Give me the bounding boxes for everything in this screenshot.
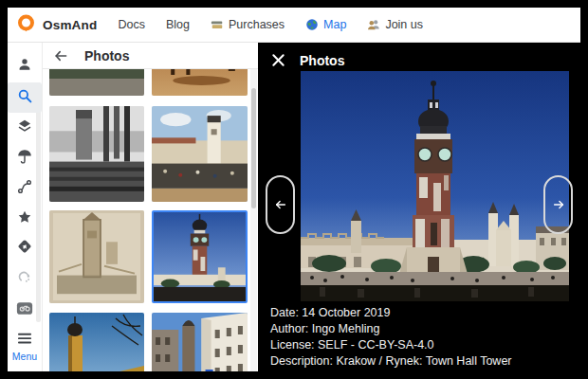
osmand-brand[interactable]: OsmAnd (17, 14, 97, 36)
umbrella-icon (16, 148, 33, 169)
hamburger-menu-icon (16, 332, 33, 348)
sidebar-item-weather[interactable] (8, 143, 42, 173)
photo-viewer: Photos (258, 43, 580, 371)
sidebar-rail: Menu (8, 43, 43, 371)
sidebar-menu-button[interactable]: Menu (8, 332, 42, 362)
route-icon (16, 178, 33, 199)
join-us-people-icon (367, 18, 380, 31)
purchases-icon (211, 18, 224, 31)
back-button[interactable] (52, 47, 69, 64)
person-icon (16, 56, 33, 77)
nav-link-join-us-label: Join us (385, 18, 423, 31)
photo-thumbnail-selected[interactable] (152, 210, 248, 303)
arrow-left-icon (274, 198, 287, 211)
photo-thumbnail[interactable] (49, 106, 144, 202)
nav-link-map[interactable]: Map (305, 18, 346, 31)
nav-link-docs[interactable]: Docs (118, 18, 144, 31)
close-icon (271, 53, 285, 67)
nav-link-blog-label: Blog (166, 18, 190, 31)
photo-author: Author: Ingo Mehling (270, 321, 512, 337)
viewer-header: Photos (270, 52, 344, 68)
photos-panel-header: Photos (43, 43, 258, 69)
main-photo (301, 71, 569, 301)
next-photo-button[interactable] (543, 175, 573, 234)
app-window: OsmAnd Docs Blog Purchases (0, 0, 588, 379)
track-loop-icon (16, 268, 33, 289)
app-badge-icon (16, 301, 33, 319)
nav-link-blog[interactable]: Blog (166, 18, 190, 31)
layers-icon (16, 117, 33, 138)
nav-link-purchases-label: Purchases (229, 18, 285, 31)
sidebar-item-account[interactable] (8, 51, 42, 81)
photo-license: License: SELF - CC-BY-SA-4.0 (270, 337, 512, 353)
map-globe-icon (305, 18, 319, 31)
search-icon (16, 87, 33, 108)
previous-photo-button[interactable] (266, 175, 295, 234)
sidebar-item-navigation[interactable] (8, 233, 42, 263)
photo-thumbnail[interactable] (49, 210, 144, 303)
photo-date: Date: 14 October 2019 (270, 305, 512, 321)
sidebar-item-map-layers[interactable] (8, 113, 42, 143)
sidebar-item-favorites[interactable] (8, 204, 42, 234)
nav-link-docs-label: Docs (118, 18, 144, 31)
content-area: Menu Photos (8, 43, 580, 371)
close-button[interactable] (270, 52, 286, 68)
nav-link-purchases[interactable]: Purchases (211, 18, 285, 31)
sidebar-item-plan-route[interactable] (8, 173, 42, 204)
sidebar-item-app-badge[interactable] (8, 295, 42, 325)
top-navbar: OsmAnd Docs Blog Purchases (8, 8, 580, 43)
photos-panel-title: Photos (84, 48, 129, 63)
photo-thumbnail[interactable] (49, 69, 144, 96)
photo-thumbnail[interactable] (152, 69, 248, 96)
viewer-title: Photos (300, 53, 344, 68)
osmand-logo-icon (17, 14, 35, 36)
photos-scrollbar-thumb[interactable] (251, 88, 256, 208)
photos-scrollbar (250, 69, 257, 371)
thumbnail-grid (43, 69, 258, 371)
photo-thumbnail[interactable] (152, 106, 248, 202)
photo-thumbnail[interactable] (49, 313, 144, 371)
menu-label: Menu (8, 351, 42, 362)
sidebar-item-track-recording[interactable] (8, 263, 42, 294)
photo-thumbnail[interactable] (152, 313, 248, 371)
sidebar-item-search[interactable] (8, 82, 42, 113)
star-icon (16, 208, 33, 229)
photo-metadata: Date: 14 October 2019 Author: Ingo Mehli… (270, 305, 512, 370)
nav-link-join-us[interactable]: Join us (367, 18, 423, 31)
photos-panel: Photos (43, 43, 258, 371)
brand-name: OsmAnd (43, 18, 97, 32)
navigation-icon (16, 238, 33, 259)
photo-description: Description: Krakow / Rynek: Town Hall T… (270, 353, 512, 370)
back-arrow-icon (53, 48, 68, 63)
arrow-right-icon (552, 198, 565, 211)
nav-link-map-label: Map (323, 18, 346, 31)
